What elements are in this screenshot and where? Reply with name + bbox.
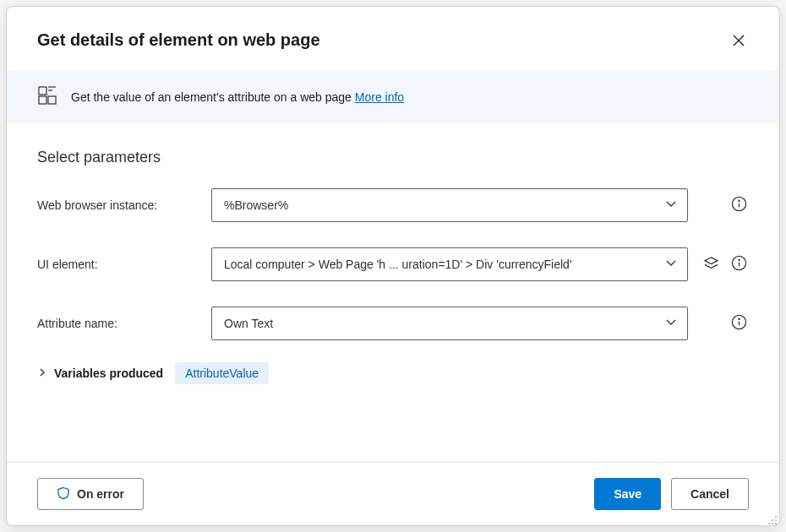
ui-element-value: Local computer > Web Page 'h ... uration… [224, 258, 572, 271]
banner-text-wrapper: Get the value of an element's attribute … [71, 90, 404, 104]
section-title: Select parameters [37, 149, 749, 166]
info-icon [731, 314, 747, 333]
svg-rect-3 [39, 96, 46, 104]
svg-point-9 [739, 200, 740, 201]
param-icons [698, 253, 749, 275]
variables-toggle[interactable]: Variables produced [37, 366, 163, 381]
svg-point-22 [768, 523, 770, 524]
dialog-title: Get details of element on web page [37, 30, 320, 50]
browser-instance-value: %Browser% [224, 198, 288, 212]
attribute-name-label: Attribute name: [37, 317, 201, 330]
param-row-ui-element: UI element: Local computer > Web Page 'h… [37, 247, 749, 281]
on-error-label: On error [77, 487, 124, 501]
more-info-link[interactable]: More info [355, 90, 404, 104]
browser-instance-control: %Browser% [211, 188, 688, 222]
svg-point-13 [739, 259, 740, 260]
browser-instance-label: Web browser instance: [37, 198, 201, 212]
variables-label: Variables produced [54, 366, 163, 380]
element-details-icon [37, 85, 57, 108]
param-icons [698, 194, 749, 216]
param-row-attribute-name: Attribute name: Own Text [37, 307, 749, 340]
dialog: Get details of element on web page Get t… [6, 6, 780, 526]
ui-element-picker-button[interactable] [701, 253, 721, 275]
attribute-name-control: Own Text [211, 307, 688, 340]
chevron-down-icon [665, 198, 677, 213]
param-row-browser-instance: Web browser instance: %Browser% [37, 188, 749, 222]
svg-point-18 [775, 519, 777, 521]
info-icon [731, 255, 747, 274]
variable-chip[interactable]: AttributeValue [175, 362, 269, 384]
info-button[interactable] [729, 194, 749, 216]
svg-rect-4 [48, 96, 56, 104]
svg-point-21 [772, 523, 773, 524]
cancel-button[interactable]: Cancel [671, 478, 749, 510]
info-button[interactable] [729, 253, 749, 275]
resize-grip[interactable] [767, 513, 778, 524]
ui-element-combobox[interactable]: Local computer > Web Page 'h ... uration… [211, 247, 688, 281]
save-button[interactable]: Save [594, 478, 661, 510]
param-icons [698, 312, 749, 334]
variables-produced-row: Variables produced AttributeValue [37, 362, 749, 384]
ui-element-label: UI element: [37, 258, 201, 271]
layers-icon [703, 255, 719, 274]
footer-left: On error [37, 478, 144, 510]
svg-marker-10 [705, 258, 718, 264]
svg-point-16 [739, 318, 740, 319]
svg-point-20 [775, 523, 777, 524]
svg-point-17 [775, 516, 777, 518]
dialog-footer: On error Save Cancel [7, 462, 779, 525]
attribute-name-value: Own Text [224, 317, 273, 330]
footer-right: Save Cancel [594, 478, 749, 510]
chevron-down-icon [665, 317, 677, 331]
on-error-button[interactable]: On error [37, 478, 144, 510]
info-icon [731, 196, 747, 214]
shield-icon [57, 486, 70, 502]
cancel-label: Cancel [690, 487, 729, 501]
save-label: Save [614, 487, 641, 501]
close-button[interactable] [729, 30, 749, 53]
close-icon [732, 37, 745, 50]
info-button[interactable] [729, 312, 749, 334]
ui-element-control: Local computer > Web Page 'h ... uration… [211, 247, 688, 281]
chevron-right-icon [37, 366, 47, 381]
svg-point-19 [772, 519, 773, 521]
svg-rect-2 [39, 87, 46, 95]
attribute-name-combobox[interactable]: Own Text [211, 307, 688, 340]
dialog-content: Select parameters Web browser instance: … [7, 123, 779, 462]
chevron-down-icon [665, 258, 677, 272]
banner-text: Get the value of an element's attribute … [71, 90, 355, 104]
info-banner: Get the value of an element's attribute … [7, 70, 779, 123]
dialog-header: Get details of element on web page [7, 7, 779, 70]
browser-instance-combobox[interactable]: %Browser% [211, 188, 688, 222]
